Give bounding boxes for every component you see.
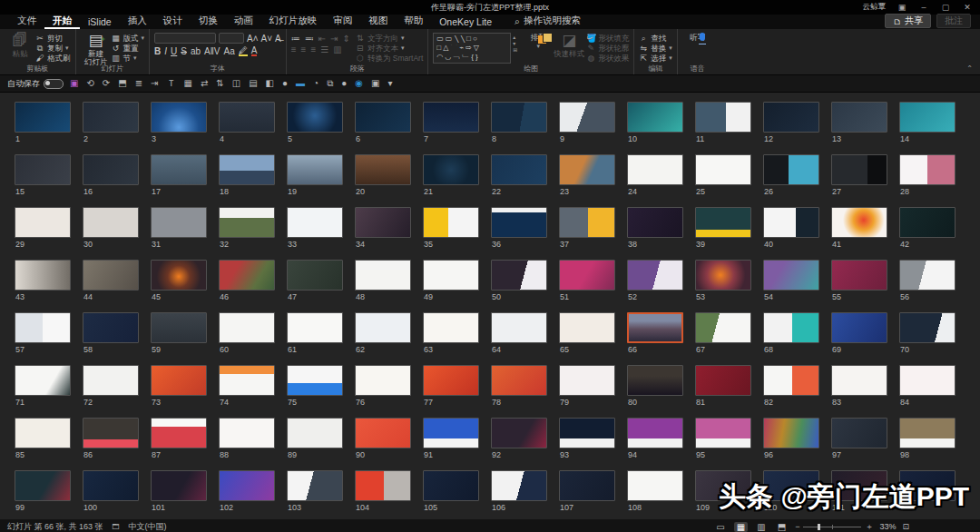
slide-thumbnail[interactable] bbox=[899, 312, 956, 343]
slide-thumbnail[interactable] bbox=[287, 470, 343, 501]
italic-button[interactable]: I bbox=[164, 46, 167, 56]
slide-thumbnail[interactable] bbox=[559, 260, 615, 291]
slide-thumbnail[interactable] bbox=[151, 260, 207, 291]
font-name-combo[interactable] bbox=[154, 33, 216, 44]
slide-thumbnail[interactable] bbox=[627, 260, 683, 291]
slide-thumbnail[interactable] bbox=[83, 365, 139, 396]
zoom-slider[interactable]: − ＋ bbox=[795, 521, 873, 532]
tab-设计[interactable]: 设计 bbox=[155, 14, 191, 29]
slide-thumbnail[interactable] bbox=[287, 418, 343, 448]
slide-thumbnail[interactable] bbox=[695, 154, 751, 185]
tab-帮助[interactable]: 帮助 bbox=[396, 14, 431, 29]
slide-thumbnail[interactable] bbox=[763, 102, 819, 133]
slide-thumbnail[interactable] bbox=[831, 154, 887, 185]
slide-thumbnail[interactable] bbox=[899, 418, 956, 448]
align-text-button[interactable]: ⊟对齐文本▾ bbox=[356, 44, 423, 53]
slide-thumbnail[interactable] bbox=[763, 260, 819, 291]
slide-thumbnail[interactable] bbox=[219, 365, 275, 396]
cut-button[interactable]: ✂剪切 bbox=[35, 34, 71, 43]
fit-slide-icon[interactable]: ⊡ bbox=[902, 522, 909, 531]
slide-thumbnail[interactable] bbox=[627, 154, 683, 185]
slide-thumbnail[interactable] bbox=[151, 312, 207, 343]
slide-thumbnail[interactable] bbox=[627, 102, 683, 133]
tell-me-search[interactable]: ⌕ 操作说明搜索 bbox=[514, 15, 581, 29]
slide-thumbnail[interactable] bbox=[151, 365, 207, 396]
tab-文件[interactable]: 文件 bbox=[9, 14, 44, 29]
slide-thumbnail[interactable] bbox=[831, 418, 887, 448]
slide-thumbnail[interactable] bbox=[423, 312, 479, 343]
change-case-button[interactable]: Aa bbox=[224, 46, 235, 56]
slide-thumbnail[interactable] bbox=[491, 102, 547, 133]
slide-thumbnail[interactable] bbox=[695, 418, 751, 448]
zoom-track[interactable] bbox=[803, 527, 861, 527]
slide-thumbnail[interactable] bbox=[423, 154, 479, 185]
timer-icon[interactable]: ◔ bbox=[313, 78, 318, 89]
slide-thumbnail[interactable] bbox=[559, 365, 615, 396]
slide-thumbnail[interactable] bbox=[491, 470, 547, 501]
decrease-indent-icon[interactable]: ⇤ bbox=[318, 34, 326, 44]
slide-thumbnail[interactable] bbox=[763, 154, 819, 185]
shapes-gallery-scroll[interactable]: ▴▾⊞ bbox=[511, 33, 519, 54]
slide-thumbnail[interactable] bbox=[763, 418, 819, 448]
record-icon[interactable]: ◉ bbox=[355, 78, 363, 89]
slide-thumbnail[interactable] bbox=[899, 154, 956, 185]
slide-thumbnail[interactable] bbox=[695, 312, 751, 343]
swap-icon[interactable]: ⇄ bbox=[201, 78, 208, 89]
section-icon[interactable]: ◫ bbox=[232, 78, 240, 89]
slide-thumbnail[interactable] bbox=[83, 102, 139, 133]
slide-thumbnail[interactable] bbox=[423, 470, 479, 501]
tab-审阅[interactable]: 审阅 bbox=[325, 14, 360, 29]
shrink-font-icon[interactable]: A˅ bbox=[261, 34, 273, 44]
slide-thumbnail[interactable] bbox=[355, 470, 411, 501]
slide-thumbnail[interactable] bbox=[355, 312, 411, 343]
slide-thumbnail[interactable] bbox=[355, 418, 411, 448]
slide-thumbnail[interactable] bbox=[831, 207, 887, 238]
slide-thumbnail[interactable] bbox=[899, 102, 956, 133]
slide-thumbnail[interactable] bbox=[831, 312, 887, 343]
paste-button[interactable]: 🗐 粘贴 bbox=[5, 33, 35, 58]
slide-thumbnail[interactable] bbox=[559, 154, 615, 185]
tab-OneKey Lite[interactable]: OneKey Lite bbox=[431, 15, 500, 29]
slide-thumbnail[interactable] bbox=[151, 154, 207, 185]
share-button[interactable]: 🗅 共享 bbox=[885, 14, 931, 28]
slide-thumbnail[interactable] bbox=[355, 365, 411, 396]
account-name[interactable]: 云鲸覃 bbox=[863, 2, 887, 13]
zoom-in-icon[interactable]: ＋ bbox=[865, 521, 873, 532]
slide-thumbnail[interactable] bbox=[491, 312, 547, 343]
slide-thumbnail[interactable] bbox=[627, 207, 683, 238]
slide-thumbnail[interactable] bbox=[695, 260, 751, 291]
tab-幻灯片放映[interactable]: 幻灯片放映 bbox=[261, 14, 326, 29]
text-direction-button[interactable]: ⇅文字方向▾ bbox=[356, 34, 423, 43]
chart-icon[interactable]: ▦ bbox=[183, 78, 191, 89]
comments-button[interactable]: 批注 bbox=[936, 14, 971, 28]
text-format-icon[interactable]: Ｔ bbox=[166, 78, 175, 89]
slide-thumbnail[interactable] bbox=[627, 365, 683, 396]
slide-thumbnail[interactable] bbox=[763, 312, 819, 343]
slide-thumbnail[interactable] bbox=[899, 365, 956, 396]
sort-icon[interactable]: ⇅ bbox=[216, 78, 223, 89]
slide-thumbnail[interactable] bbox=[287, 154, 343, 185]
frame-icon[interactable]: ▣ bbox=[371, 78, 379, 89]
slide-thumbnail[interactable] bbox=[695, 365, 751, 396]
autosave-toggle[interactable]: 自动保存 bbox=[7, 78, 64, 90]
redo-icon[interactable]: ⟳ bbox=[103, 78, 110, 89]
slide-thumbnail[interactable] bbox=[559, 102, 615, 133]
find-button[interactable]: ⌕查找 bbox=[639, 34, 672, 43]
shape-fill-button[interactable]: 🪣形状填充 bbox=[586, 34, 629, 43]
minimize-icon[interactable]: – bbox=[918, 3, 929, 12]
slide-thumbnail[interactable] bbox=[15, 260, 71, 291]
start-slideshow-icon[interactable]: ⬒ bbox=[118, 78, 126, 89]
align-left-icon[interactable]: ≡ bbox=[291, 45, 297, 54]
slide-thumbnail[interactable] bbox=[695, 102, 751, 133]
slide-thumbnail[interactable] bbox=[899, 260, 956, 291]
slide-thumbnail[interactable] bbox=[15, 365, 71, 396]
tab-动画[interactable]: 动画 bbox=[226, 14, 261, 29]
close-icon[interactable]: ✕ bbox=[962, 3, 973, 12]
slide-thumbnail[interactable] bbox=[15, 312, 71, 343]
slide-thumbnail[interactable] bbox=[423, 418, 479, 448]
shape-outline-button[interactable]: ✎形状轮廓 bbox=[586, 44, 629, 53]
tab-切换[interactable]: 切换 bbox=[191, 14, 226, 29]
slide-thumbnail[interactable] bbox=[831, 102, 887, 133]
more-commands-icon[interactable]: ▾ bbox=[388, 78, 393, 89]
character-spacing-button[interactable]: A‖V bbox=[204, 46, 220, 56]
